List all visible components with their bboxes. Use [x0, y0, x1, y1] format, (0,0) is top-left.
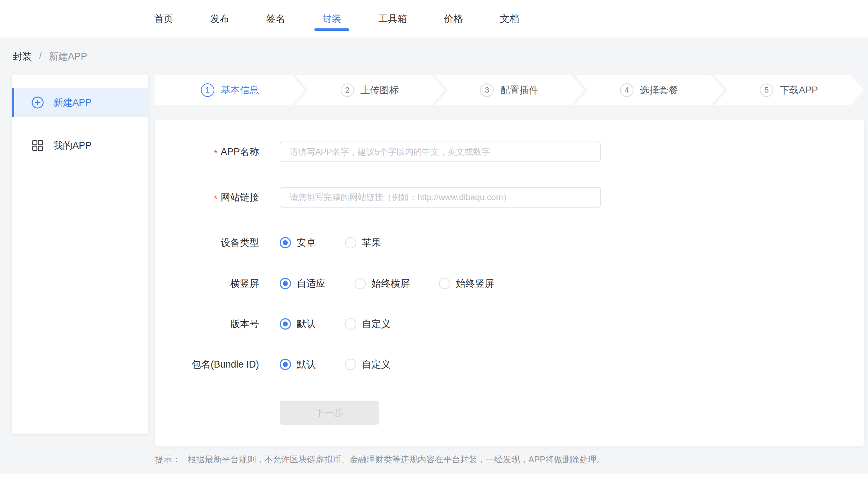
- form-row-version: 版本号 默认 自定义: [155, 314, 864, 334]
- radio-unselected-icon: [355, 278, 366, 289]
- site-url-input[interactable]: [280, 187, 601, 208]
- form-row-device-type: 设备类型 安卓 苹果: [155, 232, 864, 253]
- radio-unselected-icon: [345, 318, 356, 330]
- nav-item-docs[interactable]: 文档: [500, 12, 519, 25]
- step-number-badge: 2: [341, 83, 354, 97]
- tip-text: 根据最新平台规则，不允许区块链虚拟币、金融理财类等违规内容在平台封装，一经发现，…: [188, 454, 605, 465]
- app-name-input[interactable]: [280, 142, 601, 162]
- site-url-label: 网站链接: [155, 191, 259, 204]
- radio-version-custom[interactable]: 自定义: [345, 318, 391, 330]
- radio-ios[interactable]: 苹果: [345, 236, 381, 249]
- step-label: 下载APP: [780, 84, 818, 97]
- nav-item-toolbox[interactable]: 工具箱: [378, 12, 407, 25]
- step-label: 配置插件: [500, 84, 538, 97]
- radio-selected-icon: [280, 359, 291, 370]
- tip-prefix: 提示：: [155, 454, 181, 465]
- form-actions: 下一步: [155, 401, 864, 425]
- radio-label: 默认: [297, 358, 316, 371]
- radio-unselected-icon: [345, 237, 356, 248]
- main-nav: 首页 发布 签名 封装 工具箱 价格 文档: [0, 0, 868, 38]
- radio-unselected-icon: [439, 278, 450, 289]
- platform-rules-tip: 提示： 根据最新平台规则，不允许区块链虚拟币、金融理财类等违规内容在平台封装，一…: [155, 454, 864, 465]
- sidebar-item-label: 我的APP: [53, 139, 92, 152]
- radio-label: 始终竖屏: [456, 277, 494, 290]
- sidebar-item-my-app[interactable]: 我的APP: [12, 135, 148, 156]
- grid-icon: [31, 139, 44, 152]
- footer-strip: [0, 474, 868, 479]
- step-2-upload-icon[interactable]: 2 上传图标: [295, 75, 445, 105]
- radio-label: 自定义: [362, 358, 391, 371]
- step-number-badge: 3: [480, 83, 494, 97]
- breadcrumb-current: 新建APP: [49, 50, 87, 63]
- step-4-choose-plan[interactable]: 4 选择套餐: [574, 75, 724, 105]
- radio-bundle-default[interactable]: 默认: [280, 358, 316, 371]
- nav-item-package-active[interactable]: 封装: [322, 12, 341, 25]
- step-label: 选择套餐: [640, 84, 678, 97]
- basic-info-form-card: APP名称 网站链接 设备类型 安卓 苹果: [155, 120, 864, 446]
- app-name-label: APP名称: [155, 145, 259, 158]
- radio-label: 始终横屏: [372, 277, 410, 290]
- device-type-label: 设备类型: [155, 236, 259, 249]
- sidebar-item-label: 新建APP: [53, 96, 92, 109]
- nav-item-publish[interactable]: 发布: [210, 12, 229, 25]
- step-1-basic-info[interactable]: 1 基本信息: [155, 75, 305, 105]
- breadcrumb-separator: /: [39, 51, 42, 62]
- radio-label: 安卓: [297, 236, 316, 249]
- radio-label: 默认: [297, 318, 316, 330]
- radio-label: 苹果: [362, 236, 381, 249]
- main-content: 1 基本信息 2 上传图标 3 配置插件 4 选择套餐 5 下载APP APP名…: [155, 75, 864, 465]
- step-number-badge: 1: [201, 83, 214, 97]
- breadcrumb-section[interactable]: 封装: [13, 50, 32, 63]
- sidebar: 新建APP 我的APP: [12, 75, 148, 434]
- nav-item-home[interactable]: 首页: [154, 12, 173, 25]
- radio-always-portrait[interactable]: 始终竖屏: [439, 277, 494, 290]
- radio-bundle-custom[interactable]: 自定义: [345, 358, 391, 371]
- form-row-app-name: APP名称: [155, 142, 864, 162]
- form-row-site-url: 网站链接: [155, 187, 864, 208]
- breadcrumb: 封装 / 新建APP: [0, 38, 868, 75]
- radio-version-default[interactable]: 默认: [280, 318, 316, 330]
- plus-circle-icon: [31, 96, 44, 109]
- form-row-orientation: 横竖屏 自适应 始终横屏 始终竖屏: [155, 273, 864, 294]
- form-row-bundle-id: 包名(Bundle ID) 默认 自定义: [155, 354, 864, 375]
- nav-item-sign[interactable]: 签名: [266, 12, 285, 25]
- step-5-download-app[interactable]: 5 下载APP: [714, 75, 864, 105]
- orientation-label: 横竖屏: [155, 277, 259, 290]
- radio-selected-icon: [280, 237, 291, 248]
- radio-always-landscape[interactable]: 始终横屏: [355, 277, 410, 290]
- step-number-badge: 5: [760, 83, 773, 97]
- sidebar-item-new-app[interactable]: 新建APP: [12, 88, 148, 117]
- nav-item-pricing[interactable]: 价格: [444, 12, 463, 25]
- next-step-button[interactable]: 下一步: [280, 401, 379, 425]
- radio-unselected-icon: [345, 359, 356, 370]
- bundle-id-label: 包名(Bundle ID): [155, 358, 259, 371]
- radio-label: 自适应: [297, 277, 325, 290]
- step-label: 上传图标: [361, 84, 399, 97]
- top-header: 首页 发布 签名 封装 工具箱 价格 文档: [0, 0, 868, 38]
- step-3-configure-plugins[interactable]: 3 配置插件: [435, 75, 584, 105]
- step-number-badge: 4: [620, 83, 633, 97]
- radio-android[interactable]: 安卓: [280, 236, 316, 249]
- version-label: 版本号: [155, 318, 259, 330]
- radio-selected-icon: [280, 278, 291, 289]
- step-label: 基本信息: [221, 84, 259, 97]
- radio-auto-orientation[interactable]: 自适应: [280, 277, 325, 290]
- radio-selected-icon: [280, 318, 291, 330]
- step-wizard: 1 基本信息 2 上传图标 3 配置插件 4 选择套餐 5 下载APP: [155, 75, 864, 105]
- radio-label: 自定义: [362, 318, 391, 330]
